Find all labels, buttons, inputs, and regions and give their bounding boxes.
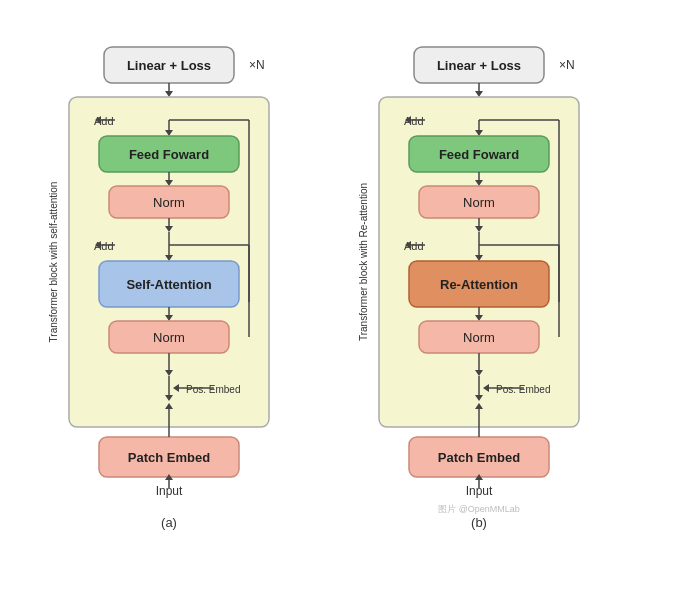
diagram-a-svg: Linear + Loss ×N Transformer block with … bbox=[39, 37, 329, 567]
norm-top-b: Norm bbox=[463, 195, 495, 210]
transformer-label-b: Transformer block with Re-attention bbox=[358, 183, 369, 341]
xn-label-a: ×N bbox=[249, 58, 265, 72]
transformer-label-a: Transformer block with self-attention bbox=[48, 182, 59, 343]
patch-embed-a: Patch Embed bbox=[128, 450, 210, 465]
caption-a: (a) bbox=[161, 515, 177, 530]
diagram-b: Linear + Loss ×N Transformer block with … bbox=[349, 37, 639, 567]
attention-a: Self-Attention bbox=[126, 277, 211, 292]
diagram-a: Linear + Loss ×N Transformer block with … bbox=[39, 37, 329, 567]
norm-top-a: Norm bbox=[153, 195, 185, 210]
svg-marker-2 bbox=[165, 91, 173, 97]
pos-embed-b: Pos. Embed bbox=[496, 384, 550, 395]
caption-b: (b) bbox=[471, 515, 487, 530]
linear-loss-label-b: Linear + Loss bbox=[437, 58, 521, 73]
watermark: 图片 @OpenMMLab bbox=[438, 504, 520, 514]
diagram-b-svg: Linear + Loss ×N Transformer block with … bbox=[349, 37, 639, 567]
feed-forward-a: Feed Foward bbox=[129, 147, 209, 162]
patch-embed-b: Patch Embed bbox=[438, 450, 520, 465]
linear-loss-label-a: Linear + Loss bbox=[127, 58, 211, 73]
feed-forward-b: Feed Foward bbox=[439, 147, 519, 162]
norm-bot-a: Norm bbox=[153, 330, 185, 345]
pos-embed-a: Pos. Embed bbox=[186, 384, 240, 395]
xn-label-b: ×N bbox=[559, 58, 575, 72]
attention-b: Re-Attention bbox=[440, 277, 518, 292]
svg-marker-41 bbox=[475, 91, 483, 97]
norm-bot-b: Norm bbox=[463, 330, 495, 345]
